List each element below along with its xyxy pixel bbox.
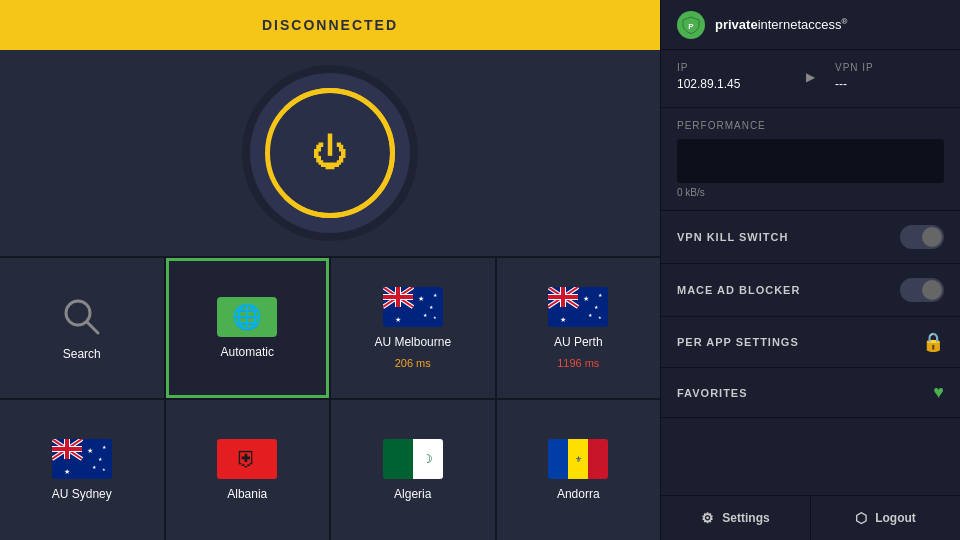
heart-icon: ♥ bbox=[933, 382, 944, 403]
au-perth-latency: 1196 ms bbox=[557, 357, 599, 369]
mace-label: MACE AD BLOCKER bbox=[677, 284, 800, 296]
settings-gear-icon: ⚙ bbox=[701, 510, 714, 526]
andorra-flag: ⚜ bbox=[548, 439, 608, 479]
au-melbourne-flag: ★ ★ ★ ★ ★ ★ bbox=[383, 287, 443, 327]
au-sydney-flag: ★ ★ ★ ★ ★ ★ bbox=[52, 439, 112, 479]
svg-text:★: ★ bbox=[560, 316, 566, 323]
svg-text:★: ★ bbox=[395, 316, 401, 323]
status-banner[interactable]: DISCONNECTED bbox=[0, 0, 660, 50]
right-panel: P privateinternetaccess® IP 102.89.1.45 … bbox=[660, 0, 960, 540]
svg-rect-11 bbox=[383, 295, 413, 299]
albania-flag: ⛨ bbox=[217, 439, 277, 479]
search-icon bbox=[60, 295, 104, 339]
automatic-cell[interactable]: 🌐 Automatic bbox=[166, 258, 330, 398]
albania-flag-icon: ⛨ bbox=[217, 439, 277, 479]
au-flag-icon: ★ ★ ★ ★ ★ ★ bbox=[383, 287, 443, 327]
svg-text:P: P bbox=[688, 22, 694, 31]
au-sydney-label: AU Sydney bbox=[52, 487, 112, 501]
svg-text:★: ★ bbox=[598, 315, 602, 320]
logout-icon: ⬡ bbox=[855, 510, 867, 526]
andorra-flag-icon: ⚜ bbox=[548, 439, 608, 479]
au-perth-label: AU Perth bbox=[554, 335, 603, 349]
algeria-flag: ☽ bbox=[383, 439, 443, 479]
settings-button-label: Settings bbox=[722, 511, 769, 525]
performance-section: PERFORMANCE 0 kB/s bbox=[661, 108, 960, 211]
au-melbourne-latency: 206 ms bbox=[395, 357, 431, 369]
search-label: Search bbox=[63, 347, 101, 361]
albania-cell[interactable]: ⛨ Albania bbox=[166, 400, 330, 540]
pia-brand-text: privateinternetaccess® bbox=[715, 17, 847, 32]
arrow-icon: ▶ bbox=[806, 62, 815, 91]
svg-line-1 bbox=[87, 322, 98, 333]
mace-row: MACE AD BLOCKER bbox=[661, 264, 960, 317]
power-section: ⏻ bbox=[0, 50, 660, 256]
logout-button-label: Logout bbox=[875, 511, 916, 525]
kill-switch-row: VPN KILL SWITCH bbox=[661, 211, 960, 264]
ip-col: IP 102.89.1.45 bbox=[677, 62, 786, 91]
globe-icon: 🌐 bbox=[232, 303, 262, 331]
favorites-row[interactable]: FAVORITES ♥ bbox=[661, 368, 960, 418]
automatic-label: Automatic bbox=[221, 345, 274, 359]
ip-value: 102.89.1.45 bbox=[677, 77, 786, 91]
vpn-ip-label: VPN IP bbox=[835, 62, 944, 73]
per-app-row[interactable]: PER APP SETTINGS 🔒 bbox=[661, 317, 960, 368]
au-melbourne-cell[interactable]: ★ ★ ★ ★ ★ ★ AU Melbourne 206 ms bbox=[331, 258, 495, 398]
svg-text:★: ★ bbox=[102, 467, 106, 472]
algeria-label: Algeria bbox=[394, 487, 431, 501]
globe-icon-container: 🌐 bbox=[217, 297, 277, 337]
kill-switch-label: VPN KILL SWITCH bbox=[677, 231, 788, 243]
mace-toggle[interactable] bbox=[900, 278, 944, 302]
andorra-label: Andorra bbox=[557, 487, 600, 501]
status-text: DISCONNECTED bbox=[262, 17, 398, 33]
svg-text:★: ★ bbox=[87, 447, 93, 454]
kill-switch-toggle[interactable] bbox=[900, 225, 944, 249]
power-button[interactable]: ⏻ bbox=[250, 73, 410, 233]
svg-rect-41 bbox=[52, 447, 82, 451]
albania-label: Albania bbox=[227, 487, 267, 501]
right-header: P privateinternetaccess® bbox=[661, 0, 960, 50]
logout-button[interactable]: ⬡ Logout bbox=[811, 496, 960, 540]
shield-icon: P bbox=[682, 16, 700, 34]
au-melbourne-label: AU Melbourne bbox=[374, 335, 451, 349]
ip-section: IP 102.89.1.45 ▶ VPN IP --- bbox=[661, 50, 960, 108]
power-ring: ⏻ bbox=[265, 88, 395, 218]
vpn-ip-value: --- bbox=[835, 77, 944, 91]
svg-text:★: ★ bbox=[64, 468, 70, 475]
left-panel: DISCONNECTED ⏻ Search 🌐 Automatic bbox=[0, 0, 660, 540]
svg-rect-26 bbox=[548, 295, 578, 299]
bottom-buttons: ⚙ Settings ⬡ Logout bbox=[661, 495, 960, 540]
vpn-ip-col: VPN IP --- bbox=[835, 62, 944, 91]
mace-knob bbox=[922, 280, 942, 300]
au-sydney-flag-icon: ★ ★ ★ ★ ★ ★ bbox=[52, 439, 112, 479]
performance-bar bbox=[677, 139, 944, 183]
power-icon: ⏻ bbox=[312, 135, 348, 171]
ip-label: IP bbox=[677, 62, 786, 73]
settings-button[interactable]: ⚙ Settings bbox=[661, 496, 811, 540]
algeria-flag-icon: ☽ bbox=[383, 439, 443, 479]
svg-text:★: ★ bbox=[418, 295, 424, 302]
au-perth-flag-icon: ★ ★ ★ ★ ★ ★ bbox=[548, 287, 608, 327]
algeria-cell[interactable]: ☽ Algeria bbox=[331, 400, 495, 540]
svg-text:★: ★ bbox=[583, 295, 589, 302]
search-cell[interactable]: Search bbox=[0, 258, 164, 398]
performance-value: 0 kB/s bbox=[677, 187, 944, 198]
au-perth-cell[interactable]: ★ ★ ★ ★ ★ ★ AU Perth 1196 ms bbox=[497, 258, 661, 398]
svg-text:★: ★ bbox=[433, 315, 437, 320]
per-app-label: PER APP SETTINGS bbox=[677, 336, 799, 348]
toggle-knob bbox=[922, 227, 942, 247]
performance-label: PERFORMANCE bbox=[677, 120, 944, 131]
andorra-cell[interactable]: ⚜ Andorra bbox=[497, 400, 661, 540]
au-sydney-cell[interactable]: ★ ★ ★ ★ ★ ★ AU Sydney bbox=[0, 400, 164, 540]
location-grid: Search 🌐 Automatic bbox=[0, 256, 660, 540]
au-perth-flag: ★ ★ ★ ★ ★ ★ bbox=[548, 287, 608, 327]
favorites-label: FAVORITES bbox=[677, 387, 748, 399]
pia-logo-icon: P bbox=[677, 11, 705, 39]
lock-icon: 🔒 bbox=[922, 331, 944, 353]
